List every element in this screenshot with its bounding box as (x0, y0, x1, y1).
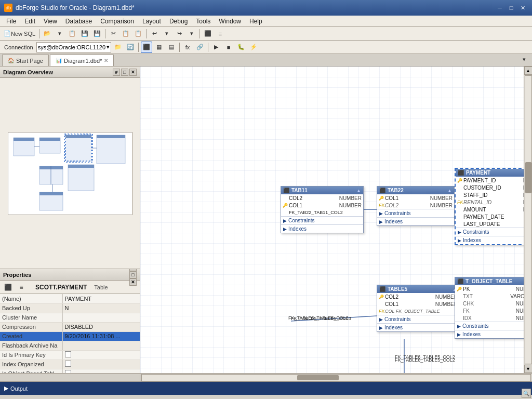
file-new-button[interactable]: 📋 (66, 28, 78, 39)
execute-button[interactable]: ⚡ (248, 42, 259, 53)
tab22-constraints[interactable]: ▶ Constraints (377, 209, 454, 217)
align-button[interactable]: ⬛ (202, 28, 214, 39)
zoom-button[interactable]: 🔍 (522, 389, 531, 398)
t-object-indexes[interactable]: ▶ Indexes (455, 330, 524, 338)
tab22-collapse-btn[interactable]: ▲ (447, 188, 452, 193)
debug-button[interactable]: 🐛 (235, 42, 247, 53)
save-button[interactable]: 💾 (79, 28, 90, 39)
close-button[interactable]: ✕ (517, 3, 528, 12)
properties-scroll[interactable]: (Name)PAYMENTBacked UpNCluster NameCompr… (0, 294, 140, 373)
conn-refresh-button[interactable]: 🔄 (125, 42, 136, 53)
menu-layout[interactable]: Layout (138, 17, 165, 26)
paste-button[interactable]: 📋 (132, 28, 144, 39)
new-sql-button[interactable]: 📄 New SQL (2, 28, 37, 39)
run-button[interactable]: ▶ (210, 42, 222, 53)
table-payment[interactable]: ⬛PAYMENT ▲ 🔑 PAYMENT_ID NUMBER CUSTOMER_… (455, 168, 524, 245)
link-button[interactable]: 🔗 (194, 42, 206, 53)
prop-value[interactable] (62, 350, 140, 360)
overview-float-button[interactable]: □ (121, 69, 128, 76)
output-triangle-icon: ▶ (4, 385, 8, 392)
window-title: dbForge Studio for Oracle - Diagram1.dbd… (16, 4, 135, 11)
table-tab11[interactable]: ⬛TAB11 ▲ COL2 NUMBER 🔑 COL1 NUMBER (281, 186, 364, 233)
col-name: PAYMENT_DATE (463, 214, 524, 220)
payment-constraints[interactable]: ▶ Constraints (456, 228, 524, 236)
menu-comparison[interactable]: Comparison (96, 17, 138, 26)
col-name: COL FK_OBJECT_TABLE (385, 309, 458, 314)
menu-file[interactable]: File (2, 17, 20, 26)
table5-indexes[interactable]: ▶ Indexes (377, 323, 459, 331)
col-type: NUMBER (523, 178, 524, 183)
output-bar[interactable]: ▶ Output (0, 381, 532, 395)
props-float-button[interactable]: □ (129, 271, 137, 278)
svg-rect-13 (39, 192, 63, 195)
minimize-button[interactable]: ─ (495, 3, 505, 12)
connection-selector[interactable]: sys@dbOracle:ORCL1120 ▾ (36, 42, 111, 52)
window-controls: ─ □ ✕ (495, 3, 528, 12)
tab22-indexes[interactable]: ▶ Indexes (377, 217, 454, 225)
menu-debug[interactable]: Debug (165, 17, 192, 26)
undo-dropdown[interactable]: ▾ (161, 28, 172, 39)
table-view-button[interactable]: ▦ (153, 42, 165, 53)
prop-value: DISABLED (62, 322, 140, 331)
undo-button[interactable]: ↩ (149, 28, 160, 39)
scroll-up-button[interactable]: ▲ (524, 66, 533, 75)
menu-database[interactable]: Database (61, 17, 96, 26)
scroll-thumb[interactable] (525, 162, 531, 193)
dropdown-button[interactable]: ▾ (54, 28, 65, 39)
overview-close-button[interactable]: ✕ (129, 69, 137, 76)
save-all-button[interactable]: 💾 (91, 28, 103, 39)
tab11-collapse-btn[interactable]: ▲ (356, 188, 361, 193)
diagram-canvas[interactable]: FK_TABLE5_TABLE5_COL3 FK_TABLE6_TABLE5_C… (140, 66, 524, 373)
horizontal-scrollbar[interactable] (141, 374, 531, 381)
prop-value[interactable] (62, 360, 140, 369)
vertical-scrollbar[interactable]: ▲ ▼ (524, 66, 532, 373)
menu-tools[interactable]: Tools (192, 17, 215, 26)
maximize-button[interactable]: □ (506, 3, 516, 12)
toolbar-separator-4 (200, 29, 200, 38)
menu-help[interactable]: Help (245, 17, 267, 26)
copy-button[interactable]: 📋 (120, 28, 131, 39)
tab11-indexes[interactable]: ▶ Indexes (281, 224, 363, 233)
tab-start-page[interactable]: 🏠 Start Page (2, 55, 49, 66)
table-tab22[interactable]: ⬛TAB22 ▲ 🔑 COL1 NUMBER FK COL2 NUMBER (377, 186, 455, 226)
table-t-object-table[interactable]: ⬛T_OBJECT_TABLE ▲ 🔑 PK NUMBER TXT VARCHA… (455, 277, 524, 339)
props-list-view[interactable]: ≡ (16, 282, 27, 293)
menu-edit[interactable]: Edit (20, 17, 39, 26)
conn-browse-button[interactable]: 📁 (112, 42, 124, 53)
prop-checkbox[interactable] (65, 370, 71, 373)
payment-indexes[interactable]: ▶ Indexes (456, 236, 524, 244)
col-name: IDX (463, 315, 514, 321)
table-table5[interactable]: ⬛TABLE5 ▲ 🔑 COL2 NUMBER COL1 NUMBER (377, 285, 460, 332)
prop-checkbox[interactable] (65, 361, 71, 367)
expression-button[interactable]: fx (182, 42, 193, 53)
table5-constraints[interactable]: ▶ Constraints (377, 315, 459, 323)
tab-diagram[interactable]: 📊 Diagram1.dbd* ✕ (50, 55, 114, 66)
diagram-mode-button[interactable]: ⬛ (141, 42, 152, 53)
canvas-scroll[interactable]: FK_TABLE5_TABLE5_COL3 FK_TABLE6_TABLE5_C… (140, 66, 524, 373)
open-button[interactable]: 📂 (42, 28, 53, 39)
grid-view-button[interactable]: ▤ (166, 42, 177, 53)
overview-pin-button[interactable]: # (113, 69, 120, 76)
t-object-constraints[interactable]: ▶ Constraints (455, 322, 524, 330)
prop-checkbox[interactable] (65, 351, 71, 357)
redo-dropdown[interactable]: ▾ (186, 28, 197, 39)
props-icon-view[interactable]: ⬛ (2, 282, 14, 293)
col-name: STAFF_ID (463, 192, 521, 198)
svg-rect-11 (68, 165, 94, 168)
scroll-down-button[interactable]: ▼ (524, 365, 533, 373)
cut-button[interactable]: ✂ (108, 28, 119, 39)
prop-value[interactable] (62, 369, 140, 373)
props-close-button[interactable]: ✕ (129, 278, 137, 286)
stop-button[interactable]: ■ (223, 42, 234, 53)
tab-dropdown-button[interactable]: ▾ (518, 54, 530, 65)
menu-window[interactable]: Window (215, 17, 245, 26)
col-type: NUMBER (339, 195, 362, 201)
scroll-track[interactable] (525, 75, 532, 364)
hscroll-thumb[interactable] (297, 375, 339, 380)
redo-button[interactable]: ↪ (174, 28, 185, 39)
format-button[interactable]: ≡ (215, 28, 226, 39)
tab-close-icon[interactable]: ✕ (104, 58, 108, 63)
start-page-label: Start Page (16, 58, 43, 64)
menu-view[interactable]: View (39, 17, 61, 26)
tab11-constraints[interactable]: ▶ Constraints (281, 216, 363, 224)
